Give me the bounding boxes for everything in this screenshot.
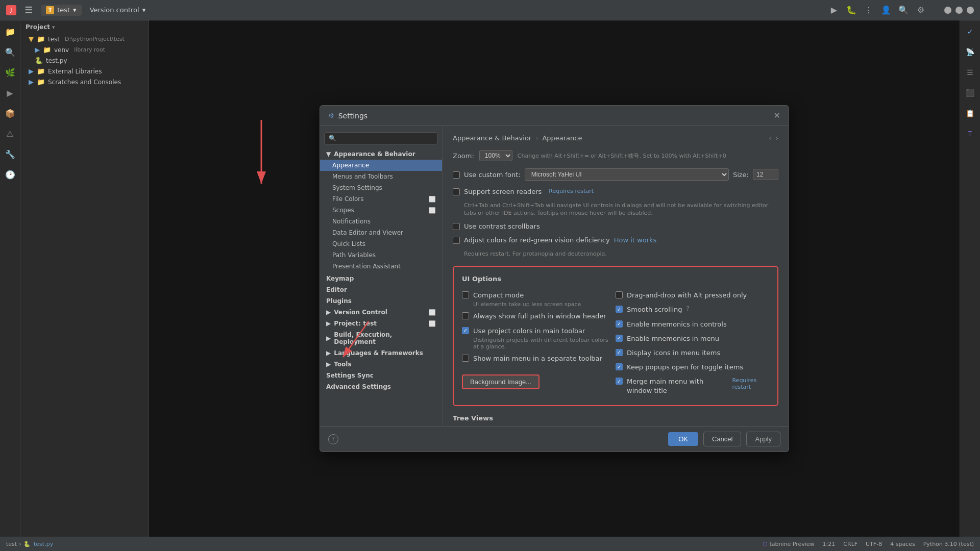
tree-item-project-test[interactable]: ▶ Project: test ⬜: [320, 318, 442, 329]
tree-item-plugins[interactable]: Plugins: [320, 295, 442, 307]
debug-button[interactable]: 🐛: [846, 5, 856, 15]
status-line-ending[interactable]: CRLF: [843, 541, 857, 547]
full-path-checkbox[interactable]: [462, 312, 469, 319]
sidebar-services-icon[interactable]: 🔧: [3, 147, 17, 161]
merge-menu-checkbox[interactable]: [616, 378, 623, 385]
tree-item-system-settings[interactable]: System Settings: [320, 182, 442, 193]
tabnine-badge[interactable]: ⬡ tabnine Preview: [763, 541, 815, 547]
sidebar-run-icon[interactable]: ▶: [3, 86, 17, 100]
color-deficiency-checkbox[interactable]: [453, 237, 460, 244]
tree-item-keymap[interactable]: Keymap: [320, 273, 442, 284]
file-tree-root[interactable]: ▼ 📁 test D:\pythonProject\test: [20, 34, 149, 44]
modal-title: Settings: [338, 112, 368, 120]
mnemonics-controls-checkbox[interactable]: [616, 320, 623, 328]
modal-title-bar: ⚙ Settings ✕: [320, 106, 789, 126]
more-actions-button[interactable]: ⋮: [864, 5, 874, 15]
project-colors-checkbox[interactable]: [462, 327, 469, 334]
status-file-label[interactable]: 🐍 test.py: [23, 541, 54, 547]
help-button[interactable]: ?: [328, 434, 338, 444]
font-select[interactable]: Microsoft YaHei UI: [525, 168, 729, 181]
status-project-label[interactable]: test: [6, 541, 17, 547]
sidebar-packages-icon[interactable]: 📦: [3, 106, 17, 120]
settings-modal: ⚙ Settings ✕ 🔍: [320, 105, 789, 452]
custom-font-checkbox[interactable]: [453, 171, 460, 179]
contrast-scrollbars-checkbox[interactable]: [453, 223, 460, 230]
tree-item-languages[interactable]: ▶ Languages & Frameworks: [320, 347, 442, 359]
back-nav-icon[interactable]: ‹: [769, 134, 772, 142]
how-it-works-link[interactable]: How it works: [614, 236, 657, 244]
drag-drop-checkbox[interactable]: [616, 291, 623, 298]
project-colors-desc: Distinguish projects with different tool…: [473, 337, 616, 350]
sidebar-history-icon[interactable]: 🕑: [3, 167, 17, 182]
tree-item-version-control[interactable]: ▶ Version Control ⬜: [320, 307, 442, 318]
scratches-consoles-item[interactable]: ▶ 📁 Scratches and Consoles: [20, 77, 149, 87]
account-icon[interactable]: 👤: [881, 5, 891, 15]
external-libraries-item[interactable]: ▶ 📁 External Libraries: [20, 66, 149, 77]
compact-mode-checkbox[interactable]: [462, 291, 469, 298]
display-icons-checkbox[interactable]: [616, 349, 623, 356]
right-icon-clipboard[interactable]: 📋: [963, 106, 977, 120]
tree-item-tools[interactable]: ▶ Tools: [320, 359, 442, 370]
tree-item-quick-lists[interactable]: Quick Lists: [320, 238, 442, 249]
modal-close-button[interactable]: ✕: [774, 111, 780, 120]
tree-item-path-variables[interactable]: Path Variables: [320, 249, 442, 261]
settings-search-box[interactable]: 🔍: [324, 132, 438, 144]
sidebar-git-icon[interactable]: 🌿: [3, 65, 17, 80]
tree-item-appearance-behavior[interactable]: ▼ Appearance & Behavior: [320, 148, 442, 160]
tree-item-advanced-settings[interactable]: Advanced Settings: [320, 381, 442, 392]
keep-popups-checkbox[interactable]: [616, 363, 623, 370]
status-encoding[interactable]: UTF-8: [866, 541, 882, 547]
screen-readers-checkbox[interactable]: [453, 188, 460, 195]
right-icon-database[interactable]: ⬛: [963, 86, 977, 100]
tree-item-file-colors[interactable]: File Colors ⬜: [320, 193, 442, 205]
ok-button[interactable]: OK: [668, 432, 698, 446]
sidebar-project-icon[interactable]: 📁: [3, 24, 17, 39]
settings-search-input[interactable]: [338, 135, 433, 142]
version-control-menu[interactable]: Version control ▾: [90, 6, 146, 14]
status-position[interactable]: 1:21: [823, 541, 836, 547]
right-icon-tabnine[interactable]: T: [963, 127, 977, 141]
tree-item-editor[interactable]: Editor: [320, 284, 442, 295]
settings-gear-icon[interactable]: ⚙: [916, 5, 926, 15]
forward-nav-icon[interactable]: ›: [776, 134, 778, 142]
test-py-item[interactable]: 🐍 test.py: [20, 55, 149, 66]
tree-item-notifications[interactable]: Notifications: [320, 216, 442, 227]
smooth-scrolling-help-icon[interactable]: ?: [687, 305, 690, 312]
tree-item-appearance[interactable]: Appearance: [320, 160, 442, 171]
cancel-button[interactable]: Cancel: [703, 432, 741, 446]
tree-item-menus-toolbars[interactable]: Menus and Toolbars: [320, 171, 442, 182]
venv-folder-item[interactable]: ▶ 📁 venv library root: [20, 44, 149, 55]
apply-button[interactable]: Apply: [746, 432, 780, 446]
smooth-scrolling-checkbox[interactable]: [616, 306, 623, 313]
status-indent[interactable]: 4 spaces: [890, 541, 915, 547]
minimize-button[interactable]: [944, 7, 951, 14]
tree-item-build-exec[interactable]: ▶ Build, Execution, Deployment: [320, 329, 442, 347]
background-image-button[interactable]: Background Image...: [462, 374, 540, 389]
tree-item-data-editor[interactable]: Data Editor and Viewer: [320, 227, 442, 238]
breadcrumb-parent[interactable]: Appearance & Behavior: [453, 134, 531, 142]
tree-item-scopes[interactable]: Scopes ⬜: [320, 205, 442, 216]
sidebar-problems-icon[interactable]: ⚠: [3, 127, 17, 141]
status-python-version[interactable]: Python 3.10 (test): [923, 541, 974, 547]
scratches-folder-icon: 📁: [37, 78, 45, 86]
zoom-select[interactable]: 100%: [479, 150, 512, 161]
right-icon-layers[interactable]: ☰: [963, 65, 977, 80]
full-path-option: Always show full path in window header: [462, 311, 616, 322]
status-path-separator: ›: [19, 541, 21, 547]
run-button[interactable]: ▶: [829, 5, 839, 15]
color-deficiency-label: Adjust colors for red-green vision defic…: [464, 236, 610, 244]
project-selector[interactable]: T test ▾: [41, 5, 82, 16]
tree-item-presentation-assistant[interactable]: Presentation Assistant: [320, 261, 442, 272]
right-icon-checkmark[interactable]: ✓: [963, 24, 977, 39]
hamburger-menu[interactable]: ☰: [24, 5, 33, 15]
close-window-button[interactable]: [967, 7, 974, 14]
right-icon-notifications[interactable]: 📡: [963, 45, 977, 59]
separate-toolbar-checkbox[interactable]: [462, 355, 469, 362]
search-everywhere-icon[interactable]: 🔍: [898, 5, 909, 15]
mnemonics-menu-checkbox[interactable]: [616, 335, 623, 342]
maximize-button[interactable]: [955, 7, 963, 14]
tree-item-settings-sync[interactable]: Settings Sync: [320, 370, 442, 381]
sidebar-search-icon[interactable]: 🔍: [3, 45, 17, 59]
font-size-input[interactable]: [753, 169, 778, 180]
window-controls: [944, 7, 974, 14]
